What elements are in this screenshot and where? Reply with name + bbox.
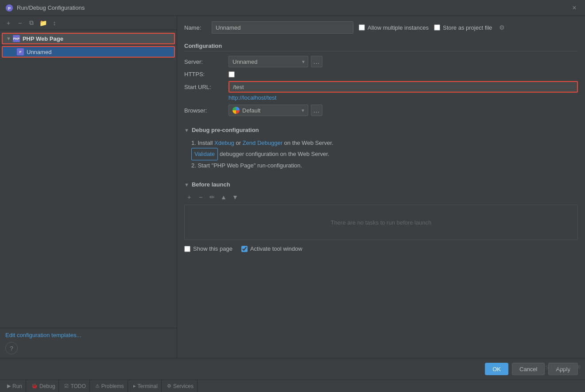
- browser-value-row: Default ▼ ...: [229, 105, 578, 116]
- xdebug-link[interactable]: Xdebug: [214, 140, 234, 146]
- tab-todo[interactable]: ☑ TODO: [61, 380, 89, 392]
- todo-tab-icon: ☑: [64, 383, 69, 389]
- tab-debug[interactable]: 🐞 Debug: [28, 380, 59, 392]
- tab-services[interactable]: ⚙ Services: [163, 380, 198, 392]
- gear-icon[interactable]: ⚙: [499, 24, 505, 31]
- start-url-hint-link[interactable]: http://localhost/test: [229, 94, 578, 101]
- browser-select-arrow-icon: ▼: [301, 108, 305, 113]
- tree-child-label: Unnamed: [27, 49, 51, 55]
- config-grid: Server: Unnamed ▼ ... HTTPS: Star: [184, 56, 578, 116]
- store-as-project-file-checkbox[interactable]: [434, 24, 440, 31]
- store-as-project-file-text: Store as project file: [443, 24, 492, 31]
- activate-tool-window-text: Activate tool window: [250, 245, 302, 252]
- tree-parent-label: PHP Web Page: [23, 35, 63, 42]
- server-label: Server:: [184, 58, 229, 65]
- server-ellipsis-button[interactable]: ...: [311, 56, 322, 67]
- server-value-row: Unnamed ▼ ...: [229, 56, 578, 67]
- before-launch-edit-button[interactable]: ✏: [207, 192, 217, 202]
- browser-chrome-icon: [232, 107, 240, 114]
- browser-select-display[interactable]: Default ▼: [229, 105, 308, 116]
- https-checkbox[interactable]: [229, 71, 235, 78]
- dialog-footer: OK Cancel Apply: [0, 358, 585, 380]
- before-launch-empty-area: There are no tasks to run before launch: [184, 205, 578, 240]
- before-launch-arrow-icon: ▼: [184, 182, 189, 187]
- tab-terminal[interactable]: ▸ Terminal: [130, 380, 162, 392]
- left-toolbar: + − ⧉ 📁 ↕: [0, 16, 177, 30]
- debug-step-2-text: 2. Start "PHP Web Page" run-configuratio…: [191, 162, 302, 169]
- main-content: + − ⧉ 📁 ↕ ▼ PHP PHP Web Page: [0, 16, 585, 358]
- debug-step-2: 2. Start "PHP Web Page" run-configuratio…: [191, 160, 578, 171]
- run-tab-icon: ▶: [7, 383, 11, 389]
- debug-pre-config-header[interactable]: ▼ Debug pre-configuration: [184, 127, 578, 133]
- before-launch-add-button[interactable]: +: [184, 192, 194, 202]
- watermark: CSDN @长静有希: [542, 364, 581, 371]
- move-config-button[interactable]: 📁: [38, 18, 48, 28]
- browser-label: Browser:: [184, 107, 229, 114]
- tree-parent-php-web-page[interactable]: ▼ PHP PHP Web Page: [2, 33, 175, 44]
- run-tab-label: Run: [12, 383, 22, 389]
- terminal-tab-label: Terminal: [138, 383, 158, 389]
- start-url-label: Start URL:: [184, 84, 229, 90]
- show-this-page-checkbox[interactable]: [184, 246, 190, 252]
- name-input[interactable]: [212, 21, 353, 34]
- validate-link[interactable]: Validate: [191, 148, 218, 160]
- svg-text:P: P: [8, 6, 11, 11]
- config-tree: ▼ PHP PHP Web Page P Unnamed: [0, 30, 177, 328]
- config-group-php: ▼ PHP PHP Web Page P Unnamed: [0, 32, 177, 58]
- activate-tool-window-checkbox[interactable]: [241, 246, 248, 252]
- zend-debugger-link[interactable]: Zend Debugger: [243, 140, 283, 146]
- title-bar: P Run/Debug Configurations ×: [0, 0, 585, 16]
- problems-tab-label: Problems: [101, 383, 124, 389]
- add-config-button[interactable]: +: [4, 18, 13, 28]
- tab-run[interactable]: ▶ Run: [4, 380, 26, 392]
- before-launch-up-button[interactable]: ▲: [219, 192, 229, 202]
- close-button[interactable]: ×: [569, 3, 580, 13]
- edit-templates-link[interactable]: Edit configuration templates...: [5, 332, 81, 338]
- run-debug-dialog: P Run/Debug Configurations × + − ⧉ 📁 ↕ ▼: [0, 0, 585, 392]
- help-button[interactable]: ?: [5, 342, 18, 354]
- sort-config-button[interactable]: ↕: [50, 18, 59, 28]
- php-web-page-icon: PHP: [13, 35, 20, 42]
- bottom-tabs-bar: ▶ Run 🐞 Debug ☑ TODO ⚠ Problems ▸ Termin…: [0, 380, 585, 392]
- cancel-button[interactable]: Cancel: [512, 363, 545, 375]
- bottom-checkboxes: Show this page Activate tool window: [184, 245, 578, 252]
- before-launch-toolbar: + − ✏ ▲ ▼: [184, 192, 578, 202]
- show-this-page-label: Show this page: [184, 245, 232, 252]
- app-icon: P: [5, 4, 13, 12]
- copy-config-button[interactable]: ⧉: [27, 18, 36, 28]
- debug-pre-config-content: 1. Install Xdebug or Zend Debugger on th…: [191, 138, 578, 171]
- debug-tab-label: Debug: [39, 383, 55, 389]
- allow-multiple-instances-label: Allow multiple instances: [359, 24, 429, 31]
- before-launch-title: Before launch: [192, 181, 230, 188]
- todo-tab-label: TODO: [70, 383, 85, 389]
- problems-tab-icon: ⚠: [95, 383, 100, 389]
- before-launch-header[interactable]: ▼ Before launch: [184, 181, 578, 188]
- before-launch-empty-text: There are no tasks to run before launch: [331, 219, 432, 226]
- remove-config-button[interactable]: −: [15, 18, 25, 28]
- tree-child-unnamed[interactable]: P Unnamed: [2, 46, 175, 58]
- debug-pre-config-arrow-icon: ▼: [184, 128, 189, 133]
- left-panel: + − ⧉ 📁 ↕ ▼ PHP PHP Web Page: [0, 16, 177, 358]
- ok-button[interactable]: OK: [485, 363, 508, 375]
- activate-tool-window-label: Activate tool window: [241, 245, 302, 252]
- allow-multiple-instances-checkbox[interactable]: [359, 24, 365, 31]
- before-launch-down-button[interactable]: ▼: [230, 192, 240, 202]
- start-url-input[interactable]: [229, 81, 578, 93]
- debug-pre-config-title: Debug pre-configuration: [192, 127, 259, 133]
- server-select[interactable]: Unnamed: [229, 56, 308, 67]
- tab-problems[interactable]: ⚠ Problems: [92, 380, 128, 392]
- terminal-tab-icon: ▸: [133, 383, 136, 389]
- services-tab-icon: ⚙: [167, 383, 171, 389]
- name-row: Name: Allow multiple instances Store as …: [184, 21, 578, 34]
- before-launch-remove-button[interactable]: −: [196, 192, 205, 202]
- browser-select-wrap: Default ▼: [229, 105, 308, 116]
- allow-multiple-instances-text: Allow multiple instances: [368, 24, 429, 31]
- name-label: Name:: [184, 24, 206, 31]
- left-footer: Edit configuration templates... ?: [0, 328, 177, 358]
- debug-validate-row: Validate debugger configuration on the W…: [191, 148, 578, 160]
- right-panel: Name: Allow multiple instances Store as …: [177, 16, 585, 358]
- browser-value-text: Default: [242, 107, 260, 114]
- server-select-wrap: Unnamed ▼: [229, 56, 308, 67]
- browser-ellipsis-button[interactable]: ...: [311, 105, 322, 116]
- show-this-page-text: Show this page: [193, 245, 232, 252]
